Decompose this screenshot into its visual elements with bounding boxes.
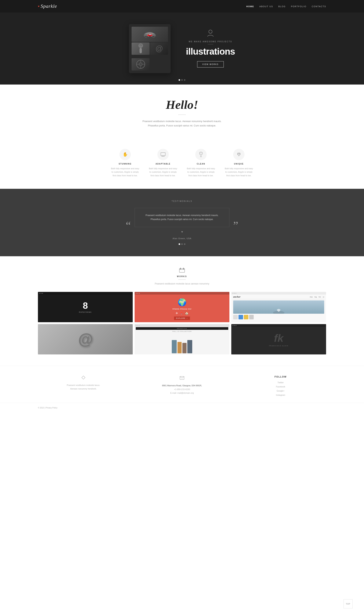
hello-description: Praesent vestibulum molestie lacus. Aene…	[138, 119, 226, 128]
feature-clean-desc: Both fully responsive and easy to custom…	[186, 167, 216, 177]
hero-content: WE MAKE AWESOME PROJECTS illustrations V…	[186, 30, 235, 67]
hero-dot-3[interactable]	[184, 79, 185, 81]
footer-follow-title: FOLLOW	[235, 375, 326, 378]
covdro-globe-icon: 🌍	[178, 298, 187, 307]
works-divider	[178, 279, 186, 280]
footer-phone: +1-950-215-6150	[136, 388, 228, 391]
browser-bar-covdro	[135, 292, 229, 295]
footer-googleplus-link[interactable]: Google+	[235, 389, 326, 393]
svg-point-15	[209, 30, 212, 33]
footer: Praesent vestibulum molestie lacus. Aene…	[0, 366, 364, 413]
footer-twitter-link[interactable]: Twitter	[235, 380, 326, 385]
browser-bar-motornews	[38, 292, 133, 295]
nav-link-home[interactable]: HOME	[246, 5, 254, 8]
nav-link-blog[interactable]: BLOG	[278, 5, 286, 8]
testimonial-dots	[135, 243, 229, 245]
nav-item-blog[interactable]: BLOG	[278, 5, 286, 8]
work-item-fk[interactable]: fk FRANCISCO ALEIN	[231, 324, 326, 354]
nav-link-portfolio[interactable]: PORTFOLIO	[291, 5, 306, 8]
hero-user-icon	[186, 30, 235, 38]
works-description: Praesent vestibulum molestie lacus aenea…	[38, 282, 326, 285]
footer-privacy-link[interactable]: Privacy Policy	[46, 407, 57, 409]
mockup-at-image: @	[150, 42, 168, 55]
anchor-content: anchor shop bag free us	[231, 292, 326, 322]
hero-mockup: @	[129, 24, 171, 73]
works-grid: 8 motornews 🌍 Clients Choose Us! ✈ 📍 🏠 E…	[38, 292, 326, 354]
svg-point-6	[141, 44, 142, 45]
work-item-at[interactable]: @	[38, 324, 133, 354]
nav-link-about[interactable]: ABOUT US	[259, 5, 273, 8]
hello-title: Hello!	[38, 98, 326, 112]
anchor-nav-bar: anchor shop bag free us	[233, 295, 324, 299]
hero-subtitle: WE MAKE AWESOME PROJECTS	[186, 40, 235, 43]
view-works-button[interactable]: VIEW WORKS	[197, 61, 224, 67]
hero-section: @ WE MAKE AWESOME PROJECTS	[0, 13, 364, 85]
mockup-car-image	[131, 27, 168, 42]
svg-point-23	[201, 153, 201, 153]
anchor-hero-image	[233, 300, 324, 314]
browser-bar-fashion	[135, 324, 229, 327]
svg-rect-31	[180, 376, 184, 379]
nav-item-contacts[interactable]: CONTACTS	[312, 5, 326, 8]
works-title: WORKS	[38, 275, 326, 278]
footer-instagram-link[interactable]: Instagram	[235, 393, 326, 397]
hero-dot-2[interactable]	[181, 79, 183, 81]
footer-email-icon	[136, 375, 228, 381]
motornews-logo-num: 8	[83, 301, 88, 310]
work-item-motornews[interactable]: 8 motornews	[38, 292, 133, 322]
covdro-tagline: Clients Choose Us!	[172, 308, 192, 310]
footer-about-text2: Aenean nonummy hendrerit.	[38, 387, 129, 391]
fashion-tagline: FALL 13 COLLECTION	[136, 331, 228, 332]
svg-line-26	[239, 153, 240, 154]
feature-stunning: ✋ STUNNING Both fully responsive and eas…	[110, 149, 140, 177]
testimonial-dot-1[interactable]	[179, 243, 180, 245]
testimonials-section: TESTIMONIALS “ Praesent vestibulum moles…	[0, 189, 364, 256]
svg-line-25	[238, 153, 238, 154]
motornews-content: 8 motornews	[38, 292, 133, 322]
testimonials-title: TESTIMONIALS	[38, 200, 326, 202]
logo: ♥ Sparkle	[38, 3, 57, 9]
testimonial-dot-3[interactable]	[184, 243, 185, 245]
feature-adaptable-icon	[157, 149, 169, 160]
logo-heart-icon: ♥	[38, 5, 39, 8]
testimonial-box: Praesent vestibulum molestie lacus. Aene…	[135, 208, 229, 227]
svg-rect-16	[161, 153, 165, 156]
works-icon	[38, 268, 326, 274]
nav-item-portfolio[interactable]: PORTFOLIO	[291, 5, 306, 8]
footer-email: E-mail: mail@domain.org	[136, 391, 228, 395]
work-item-anchor[interactable]: anchor shop bag free us	[231, 292, 326, 322]
feature-stunning-desc: Both fully responsive and easy to custom…	[110, 167, 140, 177]
feature-adaptable: ADAPTABLE Both fully responsive and easy…	[148, 149, 178, 177]
testimonial-author: Alan Green, USA	[135, 237, 229, 240]
fashion-content: FOLKSTYLE FALL 13 COLLECTION	[135, 324, 229, 354]
footer-bottom: © 2013 | Privacy Policy	[0, 403, 364, 413]
svg-rect-28	[180, 268, 181, 269]
browser-bar-anchor	[231, 292, 326, 295]
nav-link-contacts[interactable]: CONTACTS	[312, 5, 326, 8]
feature-unique-title: UNIQUE	[224, 163, 254, 165]
quote-close-icon: ”	[233, 220, 238, 231]
anchor-logo-text: anchor	[233, 295, 240, 298]
covdro-content: 🌍 Clients Choose Us! ✈ 📍 🏠 EXPLORE →	[135, 292, 229, 322]
hero-dot-1[interactable]	[179, 79, 180, 81]
motornews-logo-name: motornews	[79, 311, 92, 313]
testimonial-dot-2[interactable]	[181, 243, 183, 245]
work-item-covdro[interactable]: 🌍 Clients Choose Us! ✈ 📍 🏠 EXPLORE →	[135, 292, 229, 322]
footer-col-social: FOLLOW Twitter Facebook Google+ Instagra…	[235, 375, 326, 397]
hero-carousel-dots	[179, 79, 185, 81]
work-item-fashion[interactable]: FOLKSTYLE FALL 13 COLLECTION	[135, 324, 229, 354]
footer-facebook-link[interactable]: Facebook	[235, 385, 326, 389]
mockup-wheel-image	[131, 58, 150, 71]
nav-item-about[interactable]: ABOUT US	[259, 5, 273, 8]
nav-list: HOME ABOUT US BLOG PORTFOLIO CONTACTS	[246, 5, 326, 8]
mockup-bowling-image	[131, 42, 150, 55]
feature-unique-desc: Both fully responsive and easy to custom…	[224, 167, 254, 177]
fashion-persons	[136, 334, 228, 353]
svg-point-7	[141, 45, 142, 46]
nav-item-home[interactable]: HOME	[246, 5, 254, 8]
covdro-cta[interactable]: EXPLORE →	[174, 317, 190, 320]
logo-text: Sparkle	[40, 3, 57, 9]
hello-divider	[178, 115, 186, 115]
anchor-product-row	[233, 315, 324, 319]
feature-adaptable-desc: Both fully responsive and easy to custom…	[148, 167, 178, 177]
